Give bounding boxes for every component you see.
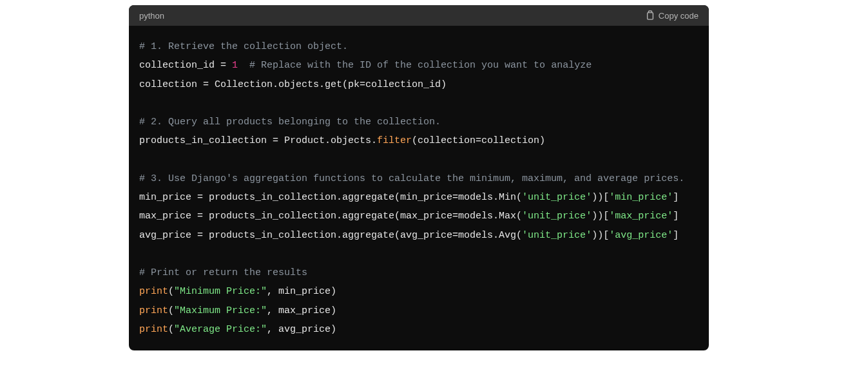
code-fn: filter	[377, 135, 412, 146]
code-string: "Average Price:"	[174, 324, 267, 335]
code-string: "Minimum Price:"	[174, 286, 267, 297]
code-text: ))[	[592, 230, 609, 241]
clipboard-icon	[646, 10, 655, 21]
code-text: min_price = products_in_collection.aggre…	[139, 192, 522, 203]
code-header: python Copy code	[129, 5, 709, 26]
copy-code-button[interactable]: Copy code	[646, 10, 699, 21]
code-comment: # 3. Use Django's aggregation functions …	[139, 173, 684, 184]
code-number: 1	[232, 60, 238, 71]
code-string: "Maximum Price:"	[174, 305, 267, 316]
code-string: 'unit_price'	[522, 211, 592, 222]
code-fn: print	[139, 286, 168, 297]
code-text: (	[168, 324, 174, 335]
code-string: 'min_price'	[609, 192, 673, 203]
code-text: (	[168, 286, 174, 297]
code-text: (	[168, 305, 174, 316]
code-text: collection = Collection.objects.get(pk=c…	[139, 79, 447, 90]
code-text: ))[	[592, 211, 609, 222]
code-block: python Copy code # 1. Retrieve the colle…	[129, 5, 709, 350]
code-text: ]	[673, 230, 679, 241]
code-comment: # 1. Retrieve the collection object.	[139, 41, 348, 52]
code-text: , max_price)	[267, 305, 336, 316]
code-text: ]	[673, 192, 679, 203]
code-text: ]	[673, 211, 679, 222]
code-text: avg_price = products_in_collection.aggre…	[139, 230, 522, 241]
code-text: max_price = products_in_collection.aggre…	[139, 211, 522, 222]
code-text: , min_price)	[267, 286, 336, 297]
code-string: 'unit_price'	[522, 192, 592, 203]
code-fn: print	[139, 324, 168, 335]
svg-rect-0	[647, 13, 653, 20]
code-fn: print	[139, 305, 168, 316]
code-comment: # Print or return the results	[139, 267, 307, 278]
code-body[interactable]: # 1. Retrieve the collection object. col…	[129, 26, 709, 350]
code-text: products_in_collection = Product.objects…	[139, 135, 377, 146]
code-text: , avg_price)	[267, 324, 336, 335]
copy-label: Copy code	[659, 11, 699, 21]
code-text: (collection=collection)	[412, 135, 545, 146]
code-comment: # Replace with the ID of the collection …	[238, 60, 592, 71]
code-string: 'unit_price'	[522, 230, 592, 241]
code-comment: # 2. Query all products belonging to the…	[139, 117, 441, 128]
code-text: ))[	[592, 192, 609, 203]
code-text: collection_id =	[139, 60, 232, 71]
language-label: python	[139, 11, 164, 21]
code-string: 'avg_price'	[609, 230, 673, 241]
code-string: 'max_price'	[609, 211, 673, 222]
